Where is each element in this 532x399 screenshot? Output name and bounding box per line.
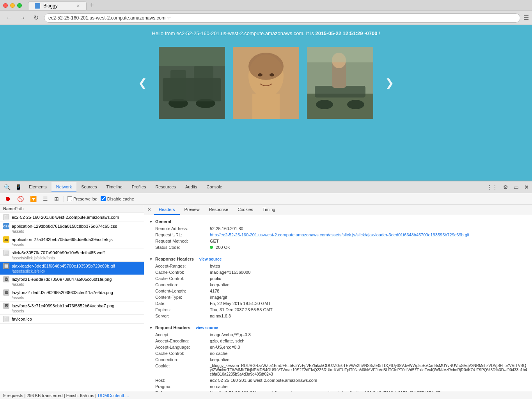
preserve-log-text: Preserve log (73, 197, 98, 201)
item-path: /assets (3, 243, 141, 247)
request-headers-section-header[interactable]: ▼ Request Headers view source (149, 324, 527, 332)
back-button[interactable]: ← (3, 13, 14, 23)
header-name: Name (3, 206, 15, 211)
tab-resources[interactable]: Resources (151, 182, 181, 192)
close-button[interactable] (3, 3, 8, 8)
detail-row: Content-Length: 4178 (149, 288, 527, 294)
browser-tab[interactable]: Bloggy ✕ (28, 1, 87, 10)
item-filename: lazyfonz1-e6dde7dc7350e739847a5f05cc6bf1… (12, 277, 112, 282)
detail-row: Host: ec2-52-25-160-201.us-west-2.comput… (149, 377, 527, 383)
item-filename: ec2-52-25-160-201.us-west-2.compute.amaz… (12, 215, 119, 220)
tab-timeline[interactable]: Timeline (102, 182, 127, 192)
tab-close-button[interactable]: ✕ (76, 4, 80, 9)
network-item[interactable]: ⬜ ec2-52-25-160-201.us-west-2.compute.am… (0, 213, 144, 222)
detail-key: Content-Type: (155, 295, 210, 300)
detail-value: Thu, 31 Dec 2037 23:55:55 GMT (210, 307, 273, 312)
devtools-body: Name Path ⬜ ec2-52-25-160-201.us-west-2.… (0, 205, 532, 392)
network-item[interactable]: 🖼 lazyfonz2-dedfd2c9029552038603cfed11a7… (0, 288, 144, 301)
filter-button[interactable]: 🔽 (28, 195, 38, 203)
address-bar[interactable]: ec2-52-25-160-201.us-west-2.compute.amaz… (44, 13, 520, 23)
response-headers-section-header[interactable]: ▼ Response Headers view source (149, 255, 527, 263)
detail-row: Request Method: GET (149, 238, 527, 244)
detail-tab-headers[interactable]: Headers (154, 205, 180, 215)
new-tab-button[interactable]: + (87, 0, 97, 10)
minimize-button[interactable] (10, 3, 15, 8)
disable-cache-checkbox[interactable] (101, 196, 106, 201)
request-headers-view-source[interactable]: view source (196, 326, 218, 330)
item-filename: application-129dbb8d7619da0158c8bb375d67… (12, 224, 117, 229)
request-url-value[interactable]: http://ec2-52-25-160-201.us-west-2.compu… (210, 232, 469, 237)
network-item[interactable]: JS application-27a3482beb705ba695dde8d53… (0, 235, 144, 248)
detail-value: 52.25.160.201:80 (210, 226, 243, 231)
detail-value: max-age=315360000 (210, 270, 250, 275)
list-view-button[interactable]: ☰ (41, 195, 50, 203)
tab-audits[interactable]: Audits (181, 182, 202, 192)
item-filename: lazyfonz2-dedfd2c9029552038603cfed11a7e4… (12, 290, 113, 295)
detail-value: en-US,en;q=0.8 (210, 345, 240, 349)
item-name: ⬜ favicon.ico (3, 316, 141, 322)
item-name: ⬜ slick-6e30576a707a9049b90c10c5edcfc485… (3, 250, 141, 256)
cookie-value: _bloggy_session=RDlJRGRzaWZta1BmUFBLbEJi… (210, 364, 527, 376)
detail-row: Accept-Ranges: bytes (149, 263, 527, 269)
network-list-header: Name Path (0, 205, 144, 213)
devtools-undock-icon[interactable]: ▭ (512, 183, 520, 192)
detail-key: Server: (155, 314, 210, 318)
datetime-bold: 2015-05-22 12:51:29 -0700 (315, 30, 377, 36)
record-button[interactable]: ⏺ (3, 195, 12, 203)
maximize-button[interactable] (17, 3, 22, 8)
browser-window: Bloggy ✕ + ← → ↻ ec2-52-25-160-201.us-we… (0, 0, 532, 399)
detail-tab-preview[interactable]: Preview (180, 205, 204, 215)
devtools-device-icon[interactable]: 📱 (13, 184, 24, 190)
detail-row: Date: Fri, 22 May 2015 19:51:30 GMT (149, 300, 527, 307)
detail-tab-timing[interactable]: Timing (258, 205, 280, 215)
item-name: CSS application-129dbb8d7619da0158c8bb37… (3, 223, 141, 229)
item-filename: slick-6e30576a707a9049b90c10c5edcfc485.w… (12, 250, 105, 255)
network-item-selected[interactable]: ⬜ ajax-loader-3ded01f6648b45700e193595b7… (0, 262, 144, 275)
network-item[interactable]: ⬜ favicon.ico (0, 315, 144, 324)
network-item[interactable]: 🖼 lazyfonz1-e6dde7dc7350e739847a5f05cc6b… (0, 275, 144, 288)
item-path: /assets (3, 282, 141, 287)
detail-tab-response[interactable]: Response (204, 205, 233, 215)
network-item[interactable]: ⬜ slick-6e30576a707a9049b90c10c5edcfc485… (0, 248, 144, 262)
dom-content-link[interactable]: DOMContentL... (98, 393, 129, 398)
detail-tabs: ✕ Headers Preview Response Cookies Timin… (144, 205, 532, 215)
carousel-image-2 (233, 47, 299, 119)
devtools-close-icon[interactable]: ✕ (523, 183, 530, 192)
network-item[interactable]: 🖼 lazyfonz3-3e71c40698ebb1b476f5852b64ac… (0, 301, 144, 315)
detail-close-button[interactable]: ✕ (144, 205, 154, 215)
reload-button[interactable]: ↻ (31, 12, 41, 23)
forward-button[interactable]: → (17, 13, 28, 23)
statusbar: 9 requests | 296 KB transferred | Finish… (0, 392, 532, 399)
network-list: Name Path ⬜ ec2-52-25-160-201.us-west-2.… (0, 205, 144, 392)
tab-elements[interactable]: Elements (24, 182, 51, 192)
devtools-expand-icon[interactable]: ⋮⋮ (485, 183, 499, 192)
item-name: ⬜ ajax-loader-3ded01f6648b45700e193595b7… (3, 263, 141, 269)
detail-row: Cache-Control: no-cache (149, 350, 527, 356)
preserve-log-checkbox[interactable] (67, 196, 72, 201)
carousel-prev-button[interactable]: ❮ (130, 76, 155, 89)
detail-tab-cookies[interactable]: Cookies (233, 205, 258, 215)
carousel-image-1 (159, 47, 225, 119)
devtools-inspect-icon[interactable]: 🔍 (2, 184, 13, 190)
status-code-value: 200 OK (210, 245, 230, 250)
detail-row: Accept-Encoding: gzip, deflate, sdch (149, 338, 527, 344)
detail-row: Remote Address: 52.25.160.201:80 (149, 225, 527, 232)
menu-icon[interactable]: ☰ (523, 14, 529, 21)
network-item[interactable]: CSS application-129dbb8d7619da0158c8bb37… (0, 222, 144, 235)
preserve-log-label[interactable]: Preserve log (67, 196, 98, 201)
clear-button[interactable]: 🚫 (16, 195, 25, 203)
tree-view-button[interactable]: ⊞ (53, 195, 60, 203)
response-headers-view-source[interactable]: view source (199, 257, 222, 261)
tab-profiles[interactable]: Profiles (127, 182, 151, 192)
tab-network[interactable]: Network (51, 182, 76, 192)
tab-console[interactable]: Console (202, 182, 227, 192)
detail-value: keep-alive (210, 357, 229, 362)
general-section-header[interactable]: ▼ General (149, 218, 527, 225)
devtools-settings-icon[interactable]: ⚙ (502, 183, 510, 192)
carousel-next-button[interactable]: ❯ (377, 76, 402, 89)
item-name: 🖼 lazyfonz1-e6dde7dc7350e739847a5f05cc6b… (3, 276, 141, 282)
bookmark-icon[interactable]: ☆ (167, 15, 171, 21)
disable-cache-label[interactable]: Disable cache (101, 196, 134, 201)
detail-key: Cookie: (155, 364, 210, 376)
tab-sources[interactable]: Sources (76, 182, 101, 192)
